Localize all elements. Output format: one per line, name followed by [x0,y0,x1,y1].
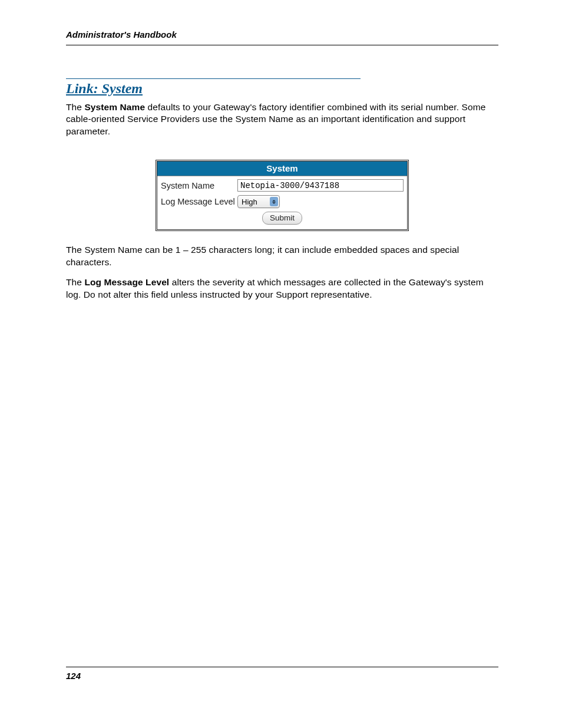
submit-button[interactable]: Submit [262,212,302,225]
submit-row: Submit [161,212,404,225]
row-system-name: System Name [161,179,404,192]
system-panel-wrap: System System Name Log Message Level Hig… [156,160,409,231]
paragraph-intro: The System Name defaults to your Gateway… [66,101,498,137]
row-log-level: Log Message Level High [161,195,404,208]
label-system-name: System Name [161,181,237,190]
running-header: Administrator's Handbook [66,29,498,45]
bold-log-message-level: Log Message Level [84,277,169,287]
bold-system-name: System Name [84,102,145,112]
system-panel: System System Name Log Message Level Hig… [156,160,409,231]
updown-icon [270,197,278,206]
page-number: 124 [66,671,81,681]
text: The [66,102,84,112]
text: The [66,277,84,287]
section-heading: Link: System [66,78,361,97]
select-log-level-value: High [242,197,267,206]
select-log-level[interactable]: High [237,195,280,208]
page-footer: 124 [66,667,498,681]
paragraph-loglevel: The Log Message Level alters the severit… [66,276,498,301]
paragraph-namelen: The System Name can be 1 – 255 character… [66,244,498,268]
label-log-level: Log Message Level [161,197,237,206]
panel-title: System [157,162,407,176]
panel-body: System Name Log Message Level High Submi… [157,176,407,229]
input-system-name[interactable] [237,179,404,192]
